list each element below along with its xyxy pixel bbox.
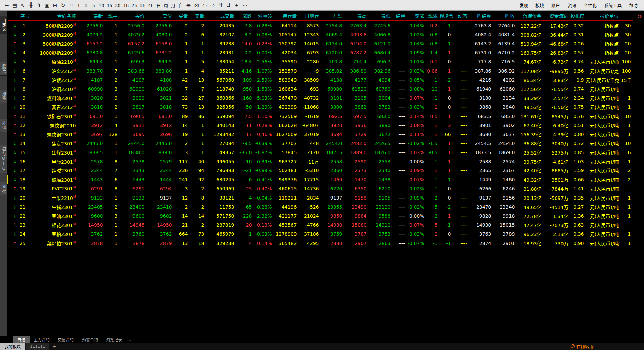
- table-row[interactable]: ↑13螺纹钢2301M3697128369536961911293482170.…: [8, 130, 633, 139]
- table-row[interactable]: ↓10沥青2212M38182381738187313326356-50-1.2…: [8, 102, 633, 112]
- table-row[interactable]: ↓7沪银2212M41072410741084213567060-109-2.5…: [8, 75, 633, 84]
- period-button-周[interactable]: 周: [162, 1, 170, 9]
- period-button-月[interactable]: 月: [170, 1, 177, 9]
- period-button-5[interactable]: 5: [90, 2, 97, 9]
- refresh-icon[interactable]: ↻: [59, 2, 67, 9]
- watchlist-tab-交易合约[interactable]: 交易合约: [54, 336, 78, 343]
- table-row[interactable]: ↓41000股指2209M6730.816729.66731.21123931-…: [8, 48, 633, 57]
- kline-icon[interactable]: ╫: [27, 2, 35, 9]
- watchlist-tab-自选[interactable]: 自选: [13, 336, 30, 343]
- table-row[interactable]: ↑25菜籽粕2301M2878128782879131832923840.14%…: [8, 238, 633, 248]
- group-tab-111111[interactable]: 111111: [26, 343, 49, 350]
- col-header-资金流向[interactable]: 资金流向: [544, 11, 571, 21]
- watchlist-tab-预警合约[interactable]: 预警合约: [78, 336, 102, 343]
- col-header-昨收[interactable]: 昨收: [493, 11, 517, 21]
- col-header-涨跌[interactable]: 涨跌: [236, 11, 254, 21]
- col-header-投机度[interactable]: 投机度: [571, 11, 586, 21]
- col-header-买量[interactable]: 买量: [174, 11, 190, 21]
- col-header-涨幅%[interactable]: 涨幅%: [254, 11, 274, 21]
- my-board-tab[interactable]: 我的板块: [0, 343, 25, 350]
- watchlist-tab-主力合约[interactable]: 主力合约: [30, 336, 54, 343]
- quote-board-icon[interactable]: ▤: [11, 2, 19, 9]
- col-header-最新[interactable]: 最新: [78, 11, 105, 21]
- col-header-报价单位[interactable]: 报价单位: [586, 11, 621, 21]
- sidebar-tab-期货[interactable]: 期货: [0, 90, 8, 103]
- table-row[interactable]: ↓20苹果2210M913319133913712838121-4-0.04%1…: [8, 193, 633, 202]
- table-row[interactable]: ↑11铁矿石2301M691.01690.5691.089865590947.5…: [8, 112, 633, 121]
- table-row[interactable]: ↓8沪铜2210M609903609906102077118740-950-1.…: [8, 84, 633, 93]
- table-row[interactable]: ↓15焦煤2301M1838.511838.01839.03149357-35.…: [8, 148, 633, 157]
- col-header-卖价[interactable]: 卖价: [147, 11, 174, 21]
- menu-item-发现[interactable]: 发现: [516, 2, 532, 9]
- col-header-买价[interactable]: 买价: [120, 11, 147, 21]
- col-header-现涨[interactable]: 现涨: [426, 11, 440, 21]
- indicator-icon[interactable]: ≈: [67, 2, 75, 9]
- menu-item-系统工具[interactable]: 系统工具: [600, 2, 625, 9]
- col-header-开盘[interactable]: 开盘: [321, 11, 344, 21]
- back-icon[interactable]: ←: [3, 2, 11, 9]
- col-header-成交量[interactable]: 成交量: [206, 11, 236, 21]
- table-row[interactable]: ↓22豆油2301M96003960096021414571750-228-2.…: [8, 211, 633, 220]
- add-board-button[interactable]: +: [49, 344, 60, 349]
- period-button-10[interactable]: 10: [97, 2, 106, 9]
- col-header-持仓量[interactable]: 持仓量: [274, 11, 299, 21]
- period-button-1[interactable]: 1: [75, 2, 83, 9]
- period-button-4h[interactable]: 4h: [147, 2, 155, 9]
- col-header-沉淀资金[interactable]: 沉淀资金: [517, 11, 544, 21]
- col-header-结算[interactable]: 结算: [393, 11, 408, 21]
- table-row[interactable]: ↓17纯碱2301M234472343234423694796883-21-0.…: [8, 166, 633, 175]
- period-button-1h[interactable]: 1h: [122, 2, 130, 9]
- table-row[interactable]: ↓5原油2210M699.41699.3699.515133054-18.4-2…: [8, 57, 633, 66]
- table-row[interactable]: ↓2300股指2209M4079.214079.24080.02632107-3…: [8, 30, 633, 39]
- col-header-动态[interactable]: 动态: [453, 11, 469, 21]
- more-columns-indicator[interactable]: ≫: [637, 13, 643, 19]
- table-row[interactable]: ↓16甲醇2301M257882578257911740996055-10-0.…: [8, 157, 633, 166]
- sidebar-tab-自定义[interactable]: 自定义: [0, 16, 8, 34]
- save-icon[interactable]: ⊟: [51, 2, 59, 9]
- period-button-15[interactable]: 15: [106, 2, 114, 9]
- period-button-3h[interactable]: 3h: [139, 2, 147, 9]
- table-row[interactable]: ↑3500股指2209M6157.216157.26158.0113923814…: [8, 39, 633, 48]
- trend-line-icon[interactable]: ∿: [19, 2, 27, 9]
- flip-left-icon[interactable]: ⇹: [184, 2, 193, 9]
- col-header-卖量[interactable]: 卖量: [190, 11, 206, 21]
- sidebar-tab-期权[interactable]: 期权: [0, 182, 8, 195]
- col-header-现手[interactable]: 现手: [105, 11, 120, 21]
- period-button-3[interactable]: 3: [83, 2, 90, 9]
- lightning-order-icon[interactable]: ↯: [35, 2, 43, 9]
- watchlist-tab-浏览记录[interactable]: 浏览记录: [102, 336, 126, 343]
- col-header-unit2[interactable]: [621, 11, 633, 21]
- sidebar-tab-外盘[interactable]: 外盘: [0, 119, 8, 132]
- sidebar-tab-银行OTC[interactable]: 银行OTC: [0, 145, 8, 173]
- grid-layout-icon[interactable]: ⊞: [233, 2, 241, 9]
- more-tools-icon[interactable]: ⋯: [241, 2, 249, 9]
- menu-item-资讯[interactable]: 资讯: [564, 2, 580, 9]
- page-down-icon[interactable]: ⇊: [225, 2, 233, 9]
- period-button-自[interactable]: 自: [177, 1, 184, 9]
- table-row[interactable]: ↓18玻璃2301M144361443144424192630245-6-0.4…: [8, 175, 633, 184]
- next-page-icon[interactable]: ⇨: [209, 2, 217, 9]
- table-row[interactable]: ↑23棉花2301M1495011494514950212287819200.1…: [8, 220, 633, 229]
- prev-page-icon[interactable]: ⇦: [201, 2, 209, 9]
- table-row[interactable]: ↑19PVC2301M629186291629432650969250.40%4…: [8, 184, 633, 193]
- col-header-昨结算[interactable]: 昨结算: [469, 11, 493, 21]
- period-button-30[interactable]: 30: [114, 2, 122, 9]
- col-header-序号[interactable]: 序号: [19, 11, 28, 21]
- menu-item-账户[interactable]: 账户: [548, 2, 564, 9]
- col-header-速涨[interactable]: 速涨: [408, 11, 426, 21]
- table-row[interactable]: ↓9燃料油2301M30209302030213227860866-160-5.…: [8, 93, 633, 102]
- table-row[interactable]: ↓150股指2209M2756.012756.02756.62220435-7.…: [8, 21, 633, 30]
- col-header-arrow[interactable]: [8, 11, 19, 21]
- online-service-button[interactable]: ☺ 在线客服: [570, 343, 644, 350]
- table-row[interactable]: ↓24豆粕2301M376213760376266473465979-1-0.0…: [8, 229, 633, 238]
- sidebar-tab-股票[interactable]: 股票: [0, 62, 8, 76]
- table-row[interactable]: ↓21生猪2301M23405223400234102211753-65-0.2…: [8, 202, 633, 211]
- page-up-icon[interactable]: ⇈: [217, 2, 225, 9]
- menu-item-板块[interactable]: 板块: [532, 2, 548, 9]
- order-ticket-icon[interactable]: ▣: [43, 2, 51, 9]
- col-header-最低[interactable]: 最低: [369, 11, 393, 21]
- table-row[interactable]: ↑12螺纹钢22103912439113912141340143110.28%6…: [8, 121, 633, 130]
- table-row[interactable]: ↓6沪金2212M383.707383.66383.801485211-4.16…: [8, 66, 633, 75]
- flip-right-icon[interactable]: ⋈: [193, 2, 201, 9]
- menu-item-个性化[interactable]: 个性化: [580, 2, 600, 9]
